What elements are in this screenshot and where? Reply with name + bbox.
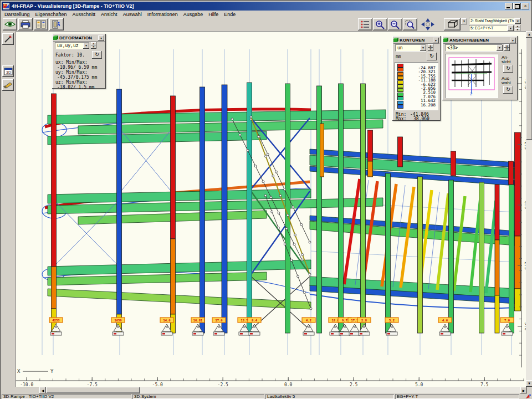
columns-group [52,83,521,333]
ux-value: -10.96/ 6.59 mm [57,65,97,70]
ansicht-panel-titlebar[interactable]: ANSICHT/EBENEN ▼ [443,37,516,44]
status-cell-lastkollektiv-5: Lastkollektiv 5 [265,394,394,399]
deformation-panel: DEFORMATION ▼ ux,uy,uz ▼ ▲ ▼ Faktor: 10.… [52,34,106,89]
zoom-out-button[interactable] [388,18,402,30]
konturen-apply-button[interactable]: ↻ [427,53,437,60]
support-label: 4253 [52,319,59,322]
left-tool-strip: 3D [1,31,16,387]
menu-item-eigenschaften[interactable]: Eigenschaften [33,12,70,17]
ansicht-spinner[interactable]: ▲ ▼ [504,44,510,51]
lastfall-dropdown[interactable]: ▼ [508,25,514,31]
book-icon [36,20,46,29]
panel-cube-icon [53,35,58,40]
deformation-dropdown[interactable]: ▼ [83,43,89,49]
spinner-down-icon[interactable]: ▼ [91,45,96,49]
view-3d-dropdown[interactable]: ▼ [461,18,467,24]
pan-pad[interactable] [418,18,437,31]
ansicht-label-2: sicht [502,59,510,64]
view-3d-box-button[interactable] [444,18,461,30]
maximize-button[interactable] [513,3,521,9]
exit-button[interactable] [49,18,64,30]
legend-swatch [397,72,403,76]
support-label: 13.7 [241,319,248,322]
scroll-down-icon[interactable]: ▼ [526,380,532,387]
nachweis-combobox[interactable]: 2: Stahl Tragfähigkeit (Th. 2. O [469,18,515,24]
menu-item-ende[interactable]: Ende [221,12,238,17]
support-label: 16.81 [193,319,203,322]
support-label: 1659 [114,319,121,322]
konturen-spinner[interactable]: ▲ ▼ [428,44,433,51]
support-label: 17.6 [215,319,223,322]
catalog-button[interactable] [34,18,48,30]
support-label: 8.4 [252,319,258,322]
konturen-collapse-icon[interactable]: ▼ [433,38,439,43]
menu-item-informationen[interactable]: Informationen [145,12,181,17]
app-icon [3,3,9,9]
konturen-combobox-value: un [397,45,403,50]
ruler-tick-label: -7.5 [87,382,98,387]
menu-item-darstellung[interactable]: Darstellung [2,12,33,17]
konturen-dropdown[interactable]: ▼ [420,45,426,51]
legend-swatch [397,88,403,92]
konturen-panel-titlebar[interactable]: KONTUREN ▼ [393,37,439,44]
edit-mode-button[interactable] [2,33,14,45]
deformation-apply-button[interactable]: ↻ [92,51,102,59]
scroll-left-icon[interactable]: ◀ [39,387,46,393]
menu-item-ansicht[interactable]: Ansicht [98,12,120,17]
legend-swatch [397,105,403,109]
vscroll-thumb[interactable] [526,38,532,140]
nachweis-dropdown[interactable]: ▼ [515,18,521,24]
spinner-down-icon[interactable]: ▼ [428,48,433,51]
ansicht-combobox-value: <3D> [447,45,458,50]
spinner-down-icon[interactable]: ▼ [504,48,510,51]
auswahl-apply-button[interactable]: ↻ [503,86,513,94]
deformation-faktor: Faktor: 10. [55,53,85,58]
menu-item-auswahl[interactable]: Auswahl [120,12,145,17]
deformation-panel-titlebar[interactable]: DEFORMATION ▼ [53,35,105,42]
ruler-tick-label: 5.0 [415,382,423,387]
horizontal-scrollbar[interactable]: ◀ ▶ [1,387,532,393]
legend-max-value: 38.060 [413,116,429,121]
uz-value: -18.02/ 1.5 mm [57,85,94,90]
scroll-up-icon[interactable]: ▲ [526,31,532,38]
konturen-panel-title: KONTUREN [400,38,424,43]
view-thumbnail[interactable]: 2 [445,54,498,98]
window-title: 4H-FRAP - Visualisierung [3D-Rampe - TIO… [12,3,134,9]
legend-settings-button[interactable] [358,18,372,30]
window-3d-button[interactable]: 3D [2,65,14,77]
print-button[interactable] [18,18,33,30]
hscroll-thumb[interactable] [46,387,140,393]
ansicht-collapse-icon[interactable]: ▼ [510,38,516,43]
legend-swatch [397,80,403,84]
zoom-in-icon [375,20,385,29]
minimize-button[interactable] [505,3,513,9]
ansicht-apply-button[interactable]: ↻ [503,65,513,73]
ansicht-dropdown[interactable]: ▼ [497,45,503,51]
exit-door-icon [52,20,62,29]
menu-item-ausschnitt[interactable]: Ausschnitt [70,12,99,17]
deformation-spinner[interactable]: ▲ ▼ [91,42,96,49]
legend-body: -24.887-20.321-15.755-11.188-6.622-2.056… [395,62,438,110]
ruler-tick-label: 2.5 [350,382,358,387]
menu-item-ausgabe[interactable]: Ausgabe [181,12,206,17]
zoom-out-icon [390,20,400,29]
scroll-right-icon[interactable]: ▶ [520,387,527,393]
zoom-window-button[interactable] [403,18,417,30]
ansicht-combobox[interactable]: <3D> [445,44,503,52]
status-bar: 3D-Rampe - TIO+TIIO V23D-SystemLastkolle… [1,393,532,399]
uy-value: -45.37/0.175 mm [57,75,97,80]
view-eye-button[interactable] [3,18,17,30]
ux-label: ux: Min/Max: [55,60,88,65]
zoom-in-button[interactable] [373,18,387,30]
close-button[interactable]: × [521,3,529,9]
support-label: 9.7 [342,319,347,322]
solid-view-button[interactable] [2,79,14,91]
window-3d-icon: 3D [4,68,13,75]
ruler-tick-label: -5.0 [152,382,163,387]
menu-item-hilfe[interactable]: Hilfe [206,12,221,17]
legend-swatch [397,101,403,105]
deformation-collapse-icon[interactable]: ▼ [98,35,104,41]
support-label: 7.0 [504,319,510,322]
panel-cube-icon [443,38,448,43]
vertical-scrollbar[interactable]: ▲ ▼ [526,31,532,387]
